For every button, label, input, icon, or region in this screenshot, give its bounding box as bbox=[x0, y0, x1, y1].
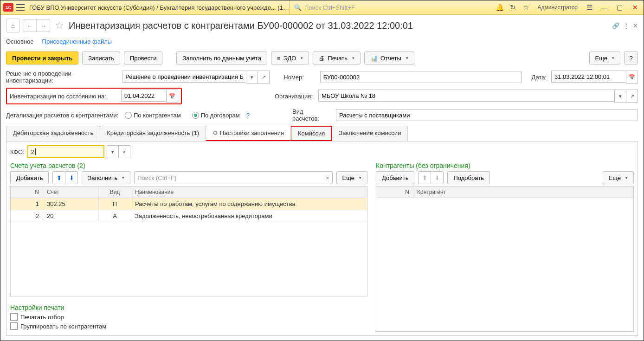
open-icon[interactable]: ↗ bbox=[258, 71, 270, 84]
kfo-input[interactable]: 2 bbox=[27, 145, 104, 158]
decision-label: Решение о проведении инвентаризации: bbox=[6, 70, 117, 84]
number-label: Номер: bbox=[283, 74, 315, 81]
favorite-star[interactable]: ☆ bbox=[55, 19, 64, 32]
user-label[interactable]: Администратор bbox=[537, 4, 578, 11]
accounts-title: Счета учета расчетов (2) bbox=[10, 162, 367, 169]
date-field[interactable]: 📅 bbox=[551, 71, 638, 84]
calendar-icon[interactable]: 📅 bbox=[166, 90, 178, 103]
post-close-button[interactable]: Провести и закрыть bbox=[6, 51, 78, 64]
chk-print-filter[interactable]: Печатать отбор bbox=[10, 313, 367, 321]
decision-input[interactable] bbox=[122, 71, 246, 83]
link-tabs: Основное Присоединенные файлы bbox=[0, 36, 644, 50]
contractors-more-button[interactable]: Еще bbox=[603, 171, 634, 184]
col-account[interactable]: Счет bbox=[43, 187, 99, 198]
chk-group-contractors[interactable]: Группировать по контрагентам bbox=[10, 322, 367, 330]
kfo-dropdown[interactable]: ▾ bbox=[107, 145, 119, 158]
dropdown-icon[interactable]: ▾ bbox=[246, 71, 258, 84]
print-button[interactable]: 🖨Печать bbox=[313, 51, 361, 64]
table-row[interactable]: 1 302.25 П Расчеты по работам, услугам п… bbox=[11, 198, 367, 210]
dropdown-icon[interactable]: ▾ bbox=[614, 90, 626, 103]
kfo-row: КФО: 2 ▾ × bbox=[10, 145, 634, 158]
add-account-button[interactable]: Добавить bbox=[10, 171, 49, 184]
calendar-icon[interactable]: 📅 bbox=[626, 71, 638, 84]
fill-button[interactable]: Заполнить по данным учета bbox=[176, 51, 267, 64]
contractors-thead: N Контрагент bbox=[376, 187, 633, 198]
more-button[interactable]: Еще bbox=[589, 51, 620, 64]
close-window-button[interactable]: ✕ bbox=[630, 2, 641, 13]
app-logo: 1C bbox=[3, 3, 13, 12]
col-n[interactable]: N bbox=[11, 187, 43, 198]
fill-accounts-button[interactable]: Заполнить bbox=[82, 171, 130, 184]
date-label: Дата: bbox=[532, 74, 547, 81]
calc-input[interactable] bbox=[336, 109, 638, 121]
asof-highlight: Инвентаризация по состоянию на: 📅 bbox=[6, 88, 182, 104]
history-icon[interactable]: ↻ bbox=[509, 3, 517, 12]
table-row[interactable]: 2 20 А Задолженность, невостребованная к… bbox=[11, 210, 367, 222]
nav-fwd-button[interactable]: → bbox=[37, 19, 50, 32]
clear-icon[interactable]: × bbox=[326, 174, 329, 181]
tab-files[interactable]: Присоединенные файлы bbox=[42, 38, 112, 45]
org-input[interactable] bbox=[318, 90, 614, 102]
col-n[interactable]: N bbox=[376, 187, 413, 198]
form-fields: Решение о проведении инвентаризации: ▾ ↗… bbox=[0, 69, 644, 126]
tab-debit[interactable]: Дебиторская задолженность bbox=[6, 126, 100, 141]
minimize-button[interactable]: — bbox=[598, 2, 609, 13]
kebab-icon[interactable]: ⋮ bbox=[623, 22, 629, 29]
accounts-pane: Счета учета расчетов (2) Добавить ⬆ ⬇ За… bbox=[10, 158, 367, 332]
contractors-toolbar: Добавить ⬆ ⬇ Подобрать Еще bbox=[376, 171, 634, 184]
col-contractor[interactable]: Контрагент bbox=[413, 187, 633, 198]
move-down-button[interactable]: ⬇ bbox=[431, 172, 443, 184]
asof-field[interactable]: 📅 bbox=[121, 90, 178, 103]
add-contractor-button[interactable]: Добавить bbox=[376, 171, 414, 184]
contractors-table[interactable]: N Контрагент bbox=[376, 186, 634, 332]
home-button[interactable]: ⌂ bbox=[6, 19, 20, 32]
radio-by-contract[interactable]: По договорам bbox=[192, 112, 240, 119]
tab-commission[interactable]: Комиссия bbox=[290, 126, 332, 141]
close-tab-button[interactable]: ✕ bbox=[633, 22, 638, 29]
star-icon[interactable]: ☆ bbox=[522, 3, 530, 12]
search-placeholder: Поиск Ctrl+Shift+F bbox=[304, 4, 355, 11]
print-settings: Настройки печати Печатать отбор Группиро… bbox=[10, 300, 367, 332]
global-search[interactable]: 🔍 Поиск Ctrl+Shift+F bbox=[289, 0, 406, 14]
tab-main[interactable]: Основное bbox=[6, 38, 34, 45]
bell-icon[interactable]: 🔔 bbox=[496, 3, 504, 12]
org-field[interactable]: ▾ ↗ bbox=[318, 90, 638, 103]
radio-by-contractor[interactable]: По контрагентам bbox=[125, 112, 181, 119]
search-icon: 🔍 bbox=[294, 4, 302, 11]
pick-button[interactable]: Подобрать bbox=[447, 171, 489, 184]
tab-conclusion[interactable]: Заключение комиссии bbox=[332, 126, 408, 141]
tab-fill-settings[interactable]: ⚙Настройки заполнения bbox=[206, 126, 291, 141]
menu-icon[interactable] bbox=[16, 4, 25, 11]
decision-field[interactable]: ▾ ↗ bbox=[122, 71, 270, 84]
move-down-button[interactable]: ⬇ bbox=[65, 172, 77, 184]
contractors-pane: Контрагенты (без ограничения) Добавить ⬆… bbox=[376, 158, 634, 332]
asof-input[interactable] bbox=[121, 90, 166, 102]
link-icon[interactable]: 🔗 bbox=[612, 22, 619, 29]
topbar-actions: 🔔 ↻ ☆ Администратор ☰ — ▢ ✕ bbox=[496, 2, 641, 13]
help-icon[interactable]: ? bbox=[246, 112, 250, 119]
tab-credit[interactable]: Кредиторская задолженность (1) bbox=[100, 126, 206, 141]
search-placeholder: Поиск (Ctrl+F) bbox=[137, 174, 176, 181]
nav-back-button[interactable]: ← bbox=[23, 19, 37, 32]
accounts-search[interactable]: Поиск (Ctrl+F) × bbox=[134, 171, 332, 184]
gear-icon: ⚙ bbox=[213, 129, 218, 136]
date-input[interactable] bbox=[551, 71, 626, 83]
kfo-clear[interactable]: × bbox=[119, 145, 130, 158]
help-button[interactable]: ? bbox=[624, 51, 638, 64]
open-icon[interactable]: ↗ bbox=[626, 90, 638, 103]
number-input[interactable] bbox=[320, 71, 522, 83]
accounts-more-button[interactable]: Еще bbox=[336, 171, 367, 184]
settings-icon[interactable]: ☰ bbox=[585, 3, 593, 12]
move-up-button[interactable]: ⬆ bbox=[419, 172, 431, 184]
reports-button[interactable]: 📊Отчеты bbox=[364, 51, 414, 64]
accounts-table[interactable]: N Счет Вид Наименование 1 302.25 П Расче… bbox=[10, 186, 367, 296]
col-kind[interactable]: Вид bbox=[99, 187, 131, 198]
post-button[interactable]: Провести bbox=[124, 51, 163, 64]
print-settings-title: Настройки печати bbox=[10, 304, 367, 311]
save-button[interactable]: Записать bbox=[82, 51, 120, 64]
move-up-button[interactable]: ⬆ bbox=[53, 172, 65, 184]
edo-button[interactable]: ≡ЭДО bbox=[271, 51, 309, 64]
col-name[interactable]: Наименование bbox=[131, 187, 367, 198]
maximize-button[interactable]: ▢ bbox=[614, 2, 625, 13]
calc-label: Вид расчетов: bbox=[292, 108, 331, 122]
